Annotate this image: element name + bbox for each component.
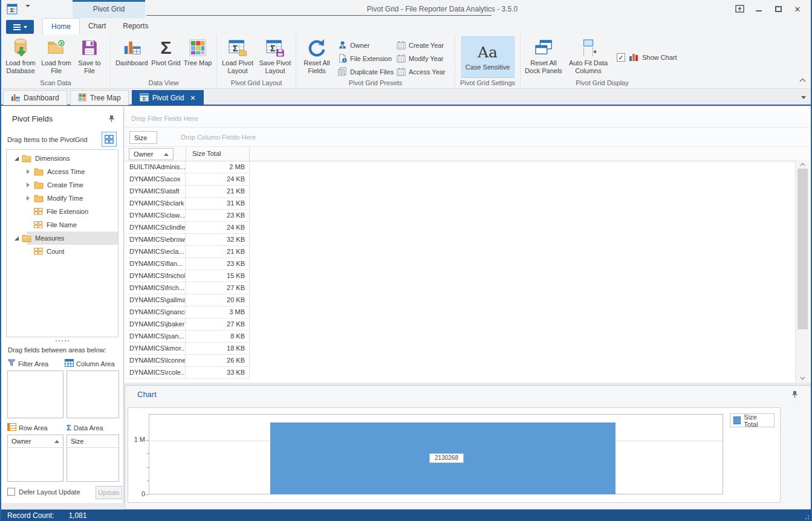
- pin-icon[interactable]: [108, 115, 115, 124]
- table-row[interactable]: DYNAMICS\ecla... 21 KB: [126, 246, 250, 258]
- table-row[interactable]: DYNAMICS\jbaker 27 KB: [126, 319, 250, 331]
- size-total-cell[interactable]: 23 KB: [186, 258, 250, 270]
- data-area-field-size[interactable]: Size: [67, 435, 119, 448]
- tree-item-create-time[interactable]: Create Time: [7, 178, 118, 192]
- table-row[interactable]: DYNAMICS\claw... 23 KB: [126, 210, 250, 222]
- tree-item-access-time[interactable]: Access Time: [7, 165, 118, 178]
- close-tab-icon[interactable]: ✕: [190, 94, 195, 102]
- filter-area-box[interactable]: [7, 371, 63, 418]
- preset-modify-year-button[interactable]: Modify Year: [394, 52, 450, 65]
- ribbon-tab-chart[interactable]: Chart: [80, 18, 114, 34]
- application-menu-button[interactable]: [6, 20, 34, 34]
- size-total-cell[interactable]: 20 KB: [186, 294, 250, 306]
- size-total-cell[interactable]: 27 KB: [186, 282, 250, 294]
- table-row[interactable]: DYNAMICS\jsan... 8 KB: [126, 331, 250, 343]
- owner-cell[interactable]: DYNAMICS\rcole...: [126, 367, 186, 379]
- size-total-cell[interactable]: 3 MB: [186, 306, 250, 319]
- owner-cell[interactable]: DYNAMICS\clindley: [126, 222, 186, 234]
- owner-cell[interactable]: DYNAMICS\flan...: [126, 258, 186, 270]
- owner-cell[interactable]: DYNAMICS\acox: [126, 173, 186, 186]
- maximize-button[interactable]: [770, 2, 787, 16]
- table-row[interactable]: DYNAMICS\ataft 21 KB: [126, 186, 250, 198]
- size-total-cell[interactable]: 21 KB: [186, 246, 250, 258]
- filter-drop-zone[interactable]: Drop Filter Fields Here: [125, 111, 810, 128]
- size-total-cell[interactable]: 26 KB: [186, 355, 250, 367]
- quick-access-dropdown-icon[interactable]: [25, 7, 31, 15]
- dashboard-button[interactable]: Dashboard: [112, 36, 151, 67]
- size-total-cell[interactable]: 32 KB: [186, 234, 250, 246]
- column-area-box[interactable]: [67, 371, 119, 418]
- size-total-cell[interactable]: 24 KB: [186, 222, 250, 234]
- case-sensitive-toggle[interactable]: Aa Case Sensitive: [461, 36, 515, 78]
- table-row[interactable]: DYNAMICS\lconner 26 KB: [126, 355, 250, 367]
- auto-fit-data-columns-button[interactable]: Auto Fit Data Columns: [565, 36, 612, 75]
- tree-item-measures[interactable]: Measures: [7, 231, 118, 245]
- scroll-up-icon[interactable]: [796, 160, 810, 169]
- update-button[interactable]: Update: [96, 486, 122, 499]
- data-field-button-size[interactable]: Size: [129, 131, 157, 144]
- table-row[interactable]: DYNAMICS\gnance 3 MB: [126, 306, 250, 319]
- scrollbar-thumb[interactable]: [797, 169, 808, 329]
- column-header-size-total[interactable]: Size Total: [186, 147, 250, 161]
- close-button[interactable]: ✕: [789, 2, 806, 16]
- fullscreen-button[interactable]: [731, 2, 748, 16]
- table-row[interactable]: DYNAMICS\flan... 23 KB: [126, 258, 250, 270]
- size-total-cell[interactable]: 21 KB: [186, 186, 250, 198]
- minimize-button[interactable]: [750, 2, 767, 16]
- tree-item-file-name[interactable]: File Name: [7, 218, 118, 231]
- tree-item-count[interactable]: Count: [7, 245, 118, 258]
- preset-file-extension-button[interactable]: i File Extension: [336, 52, 394, 65]
- expander-closed-icon[interactable]: [27, 183, 30, 187]
- preset-create-year-button[interactable]: Create Year: [394, 39, 450, 52]
- table-row[interactable]: DYNAMICS\bclark 31 KB: [126, 198, 250, 210]
- show-chart-checkbox[interactable]: ✓: [617, 53, 625, 62]
- show-chart-toggle[interactable]: ✓ Show Chart: [617, 52, 677, 63]
- table-row[interactable]: DYNAMICS\clindley 24 KB: [126, 222, 250, 234]
- table-row[interactable]: DYNAMICS\fnichols 15 KB: [126, 270, 250, 282]
- table-row[interactable]: DYNAMICS\gallman 20 KB: [126, 294, 250, 306]
- collapse-ribbon-button[interactable]: [799, 76, 806, 83]
- size-total-cell[interactable]: 18 KB: [186, 343, 250, 355]
- preset-access-year-button[interactable]: Access Year: [394, 65, 450, 79]
- size-total-cell[interactable]: 8 KB: [186, 331, 250, 343]
- vertical-scrollbar[interactable]: [795, 160, 810, 383]
- table-row[interactable]: BUILTIN\Adminis... 2 MB: [126, 161, 250, 173]
- ribbon-tab-reports[interactable]: Reports: [114, 18, 157, 34]
- table-row[interactable]: DYNAMICS\acox 24 KB: [126, 173, 250, 186]
- row-field-button-owner[interactable]: Owner: [129, 148, 174, 160]
- pivot-grid-button[interactable]: Σ Pivot Grid: [151, 36, 181, 67]
- ribbon-tab-home[interactable]: Home: [42, 18, 80, 34]
- panel-splitter[interactable]: [1, 340, 123, 341]
- preset-owner-button[interactable]: Owner: [336, 39, 394, 52]
- owner-cell[interactable]: DYNAMICS\gnance: [126, 306, 186, 319]
- load-from-database-button[interactable]: Load from Database: [3, 36, 38, 75]
- table-row[interactable]: DYNAMICS\frich... 27 KB: [126, 282, 250, 294]
- preset-duplicate-files-button[interactable]: Duplicate Files: [336, 65, 394, 79]
- table-row[interactable]: DYNAMICS\rcole... 33 KB: [126, 367, 250, 379]
- tree-item-dimensions[interactable]: Dimensions: [7, 152, 118, 165]
- owner-cell[interactable]: DYNAMICS\gallman: [126, 294, 186, 306]
- data-area-box[interactable]: Size: [67, 435, 119, 482]
- size-total-cell[interactable]: 33 KB: [186, 367, 250, 379]
- owner-cell[interactable]: DYNAMICS\frich...: [126, 282, 186, 294]
- table-row[interactable]: DYNAMICS\kmor... 18 KB: [126, 343, 250, 355]
- tab-list-dropdown-icon[interactable]: [801, 96, 806, 99]
- owner-cell[interactable]: DYNAMICS\ecla...: [126, 246, 186, 258]
- load-pivot-layout-button[interactable]: Σ Load Pivot Layout: [219, 36, 256, 75]
- column-drop-zone[interactable]: Drop Column Fields Here: [125, 128, 810, 147]
- row-area-field-owner[interactable]: Owner: [8, 435, 63, 448]
- doc-tab-pivot-grid[interactable]: Σ Pivot Grid ✕: [132, 90, 204, 105]
- tree-item-file-extension[interactable]: File Extension: [7, 205, 118, 218]
- size-total-cell[interactable]: 23 KB: [186, 210, 250, 222]
- save-pivot-layout-button[interactable]: Σ Save Pivot Layout: [256, 36, 294, 75]
- resize-grip[interactable]: [804, 514, 809, 519]
- owner-cell[interactable]: DYNAMICS\bclark: [126, 198, 186, 210]
- expander-closed-icon[interactable]: [27, 196, 30, 201]
- scroll-down-icon[interactable]: [796, 374, 810, 383]
- field-list-layout-button[interactable]: [102, 132, 117, 147]
- owner-cell[interactable]: DYNAMICS\jsan...: [126, 331, 186, 343]
- pin-icon[interactable]: [791, 390, 798, 400]
- doc-tab-dashboard[interactable]: Dashboard: [3, 90, 67, 105]
- reset-all-dock-panels-button[interactable]: Reset All Dock Panels: [522, 36, 565, 75]
- tree-map-button[interactable]: Tree Map: [181, 36, 215, 67]
